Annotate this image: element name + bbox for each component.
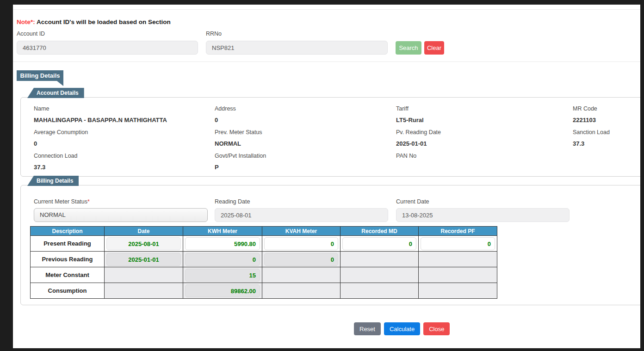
present-reading-date-input: 2025-08-01 [106,237,181,250]
reading-date-label: Reading Date [215,198,250,205]
billing-details-legend: Billing Details [27,176,79,186]
billing-modal: Note*: Account ID's will be loaded based… [13,5,640,348]
present-reading-pf-input[interactable]: 0 [421,237,495,250]
col-kwh-meter: KWH Meter [183,227,262,236]
previous-reading-kwh-input: 0 [185,253,260,266]
footer-actions: Reset Calculate Close [354,322,450,335]
divider [13,9,640,10]
previous-reading-kvah-input: 0 [264,253,338,266]
col-recorded-md: Recorded MD [341,227,419,236]
account-details-legend: Account Details [27,88,84,98]
tab-pointer-icon [57,81,63,86]
clear-button[interactable]: Clear [424,41,444,55]
field-name: Name MAHALINGAPPA - BASAPPA.N MATHIGHATT… [34,105,215,129]
meter-constant-kwh-input: 15 [185,269,260,282]
field-pv-reading-date: Pv. Reading Date 2025-01-01 [396,129,573,153]
table-header-row: Description Date KWH Meter KVAH Meter Re… [31,227,497,236]
field-pan-no: PAN No [396,153,573,176]
reading-date-input[interactable] [215,208,388,222]
rrno-input[interactable] [206,41,388,55]
previous-reading-date-input: 2025-01-01 [106,253,181,266]
rrno-label: RRNo [206,31,222,37]
field-prev-meter-status: Prev. Meter Status NORMAL [215,129,396,153]
account-id-input[interactable] [17,41,198,55]
col-description: Description [31,227,105,236]
table-row-present-reading: Present Reading 2025-08-01 5990.80 0 0 0 [31,236,497,252]
account-details-grid: Name MAHALINGAPPA - BASAPPA.N MATHIGHATT… [34,105,635,176]
billing-details-section: Billing Details Current Meter Status* Re… [20,185,640,305]
required-asterisk: * [87,198,90,205]
field-tariff: Tariff LT5-Rural [396,105,573,129]
field-address: Address 0 [215,105,396,129]
note-text: Note*: Account ID's will be loaded based… [17,18,171,25]
reset-button[interactable]: Reset [354,322,381,335]
current-date-label: Current Date [396,198,429,205]
current-meter-status-label: Current Meter Status* [34,198,90,205]
account-details-section: Account Details Name MAHALINGAPPA - BASA… [20,97,640,177]
account-id-label: Account ID [17,31,45,37]
field-average-consumption: Average Conumption 0 [34,129,215,153]
present-reading-kvah-input[interactable]: 0 [264,237,338,250]
calculate-button[interactable]: Calculate [384,322,420,335]
table-row-consumption: Consumption 89862.00 [31,283,497,299]
consumption-kwh-input: 89862.00 [185,284,260,297]
divider [13,62,640,62]
field-sanction-load: Sanction Load 37.3 [573,129,635,153]
col-date: Date [105,227,183,236]
search-button[interactable]: Search [396,41,421,55]
current-meter-status-select[interactable]: NORMAL [34,208,208,222]
tab-billing-details[interactable]: Billing Details [17,70,63,81]
field-govt-pvt-installation: Govt/Pvt Installation P [215,153,396,176]
field-mr-code: MR Code 2221103 [573,105,635,129]
present-reading-md-input[interactable]: 0 [342,237,416,250]
note-body: Account ID's will be loaded based on Sec… [37,18,171,25]
field-connection-load: Connection Load 37.3 [34,153,215,176]
meter-readings-table: Description Date KWH Meter KVAH Meter Re… [30,226,497,299]
table-row-meter-constant: Meter Constant 15 [31,267,497,283]
current-date-input [396,208,570,222]
col-recorded-pf: Recorded PF [419,227,497,236]
col-kvah-meter: KVAH Meter [262,227,341,236]
table-row-previous-reading: Previous Reading 2025-01-01 0 0 [31,252,497,267]
note-prefix: Note*: [17,18,35,25]
close-button[interactable]: Close [423,322,450,335]
present-reading-kwh-input[interactable]: 5990.80 [185,237,260,250]
